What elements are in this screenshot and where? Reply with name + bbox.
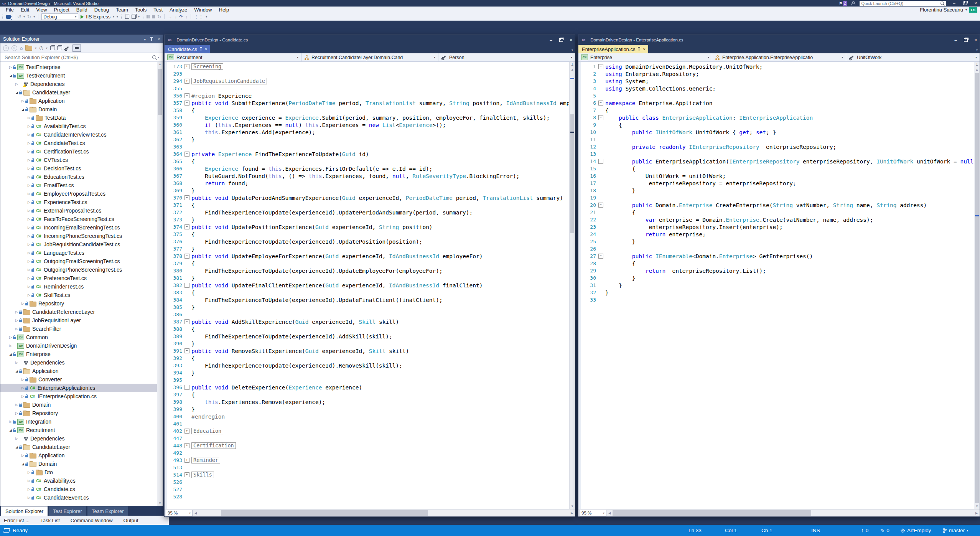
fold-toggle[interactable]: − [596, 115, 605, 120]
split-editor-handle[interactable]: ± [974, 62, 980, 68]
toolbar-overflow2-icon[interactable]: ▾ [206, 15, 207, 18]
code-line[interactable]: 375{ [167, 231, 570, 238]
tree-item-testrecruitment[interactable]: ◢C#TestRecruitment [0, 71, 163, 80]
tree-item-outgoingphonescreeningtest-cs[interactable]: ▷C#OutgoingPhoneScreeningTest.cs [0, 266, 163, 274]
code-line[interactable]: 356−#region Experience [167, 92, 570, 99]
code-line[interactable]: 361 this.Experiences.Add(experience); [167, 129, 570, 136]
code-line[interactable]: 362} [167, 136, 570, 143]
collapse-arrow-icon[interactable]: ◢ [8, 74, 13, 78]
scroll-left-icon[interactable]: ◀ [193, 511, 199, 515]
tree-item-preferencetest-cs[interactable]: ▷C#PreferenceTest.cs [0, 274, 163, 282]
editor-titlebar[interactable]: ∞ DomainDrivenDesign - Candidate.cs – × [165, 35, 575, 45]
tree-item-domain[interactable]: ▷Domain [0, 401, 163, 409]
redo-dropdown-icon[interactable]: ▾ [33, 15, 35, 18]
tree-item-experiencetest-cs[interactable]: ▷C#ExperienceTest.cs [0, 198, 163, 206]
collapse-region-icon[interactable]: − [184, 348, 189, 353]
fold-toggle[interactable]: + [182, 458, 191, 463]
panel-tab-task-list[interactable]: Task List [40, 518, 60, 523]
tree-item-application[interactable]: ◢Application [0, 367, 163, 375]
run-target-dropdown-icon[interactable]: ▾ [113, 15, 114, 18]
outgoing-commits-button[interactable]: ↑0 [861, 525, 868, 536]
code-line[interactable]: 13 [581, 150, 974, 158]
step-out-icon[interactable]: ↑ [185, 14, 188, 20]
expand-arrow-icon[interactable]: ▷ [26, 251, 31, 255]
fold-toggle[interactable]: − [182, 319, 191, 324]
expand-arrow-icon[interactable]: ▷ [26, 276, 31, 280]
line-annotations-icon[interactable]: ⋮⋮ [194, 14, 203, 20]
solution-search[interactable]: ▾ [0, 53, 163, 62]
vertical-scrollbar[interactable]: ▲ ▼ [569, 67, 575, 509]
tree-item-jobrequisitioncandidatetest-cs[interactable]: ▷C#JobRequisitionCandidateTest.cs [0, 240, 163, 249]
tree-item-domain[interactable]: ◢Domain [0, 460, 163, 468]
collapsed-region-skills[interactable]: Skills [191, 472, 214, 478]
code-line[interactable]: 21 { [581, 209, 974, 216]
code-line[interactable]: 25 } [581, 238, 974, 245]
expand-arrow-icon[interactable]: ▷ [14, 318, 19, 322]
member-dropdown[interactable]: UnitOfWork ▾ [846, 53, 980, 61]
minimize-button[interactable]: – [550, 38, 552, 42]
menu-window[interactable]: Window [191, 7, 215, 13]
menu-file[interactable]: File [2, 7, 17, 13]
scroll-right-icon[interactable]: ▶ [569, 511, 575, 515]
code-line[interactable]: 359 Experience experience = Experience.S… [167, 114, 570, 121]
menu-edit[interactable]: Edit [17, 7, 33, 13]
tree-item-candidatelayer[interactable]: ◢CandidateLayer [0, 88, 163, 97]
pending-changes-filter-icon[interactable]: ◷ [39, 45, 43, 51]
expand-arrow-icon[interactable]: ▷ [20, 394, 25, 398]
code-line[interactable]: 400#endregion [167, 413, 570, 420]
type-dropdown[interactable]: Enterprise.Application.EnterpriseApplica… [712, 53, 846, 61]
add-to-source-control-icon[interactable] [6, 15, 11, 19]
show-next-statement-icon[interactable]: → [168, 14, 172, 20]
tree-item-ienterpriseapplication-cs[interactable]: ▷C#IEnterpriseApplication.cs [0, 392, 163, 401]
code-line[interactable]: 402+Education [167, 427, 570, 435]
menu-team[interactable]: Team [112, 7, 132, 13]
code-line[interactable]: 20− public Domain.Enterprise CreateEnter… [581, 201, 974, 209]
solution-search-input[interactable] [4, 54, 152, 61]
expand-arrow-icon[interactable]: ▷ [8, 335, 13, 339]
expand-arrow-icon[interactable]: ▷ [26, 167, 31, 170]
expand-arrow-icon[interactable]: ▷ [26, 293, 31, 297]
fold-toggle[interactable]: + [182, 429, 191, 434]
code-line[interactable]: 401 [167, 420, 570, 427]
tree-item-externalproposaltest-cs[interactable]: ▷C#ExternalProposalTest.cs [0, 206, 163, 215]
expand-arrow-icon[interactable]: ▷ [8, 344, 13, 348]
expand-arrow-icon[interactable]: ▷ [26, 217, 31, 221]
code-line[interactable]: 9 { [581, 121, 974, 129]
tree-item-educationtest-cs[interactable]: ▷C#EducationTest.cs [0, 173, 163, 181]
code-line[interactable]: 493+Reminder [167, 457, 570, 464]
scroll-up-icon[interactable]: ▲ [974, 67, 980, 73]
tree-item-employeeproposaltest-cs[interactable]: ▷C#EmployeeProposalTest.cs [0, 190, 163, 198]
code-line[interactable]: 384 FindTheExperienceToUpdate(experience… [167, 296, 570, 303]
tree-item-integration[interactable]: ▷C#Integration [0, 417, 163, 426]
project-dropdown[interactable]: C# Recruitment ▾ [165, 53, 301, 61]
code-line[interactable]: 381} [167, 274, 570, 282]
minimize-button[interactable]: – [953, 1, 955, 5]
switch-views-icon[interactable] [25, 46, 32, 51]
back-icon[interactable]: ◁ [3, 45, 9, 51]
scroll-down-icon[interactable]: ▼ [974, 504, 980, 509]
expand-arrow-icon[interactable]: ▷ [14, 437, 19, 440]
home-icon[interactable]: ⌂ [20, 45, 23, 51]
close-button[interactable]: × [975, 1, 977, 5]
window-position-icon[interactable]: ▾ [144, 37, 146, 41]
tree-item-candidatetest-cs[interactable]: ▷C#CandidateTest.cs [0, 139, 163, 147]
code-line[interactable]: 371{ [167, 201, 570, 209]
code-line[interactable]: 383{ [167, 289, 570, 296]
pin-icon[interactable] [151, 38, 152, 41]
fold-toggle[interactable]: − [182, 93, 191, 98]
maximize-button[interactable] [559, 38, 563, 42]
expand-arrow-icon[interactable]: ▷ [26, 259, 31, 263]
fold-toggle[interactable]: + [182, 79, 191, 84]
expand-arrow-icon[interactable]: ▷ [26, 124, 31, 128]
menu-analyze[interactable]: Analyze [166, 7, 191, 13]
expand-arrow-icon[interactable]: ▷ [26, 192, 31, 196]
collapse-arrow-icon[interactable]: ◢ [14, 369, 19, 373]
tree-item-repository[interactable]: ▷Repository [0, 409, 163, 417]
collapse-arrow-icon[interactable]: ◢ [8, 429, 13, 432]
solution-explorer-header[interactable]: Solution Explorer ▾ × [0, 35, 163, 43]
collapsed-region-education[interactable]: Education [191, 428, 223, 434]
quick-launch[interactable] [860, 1, 946, 6]
expand-arrow-icon[interactable]: ▷ [26, 158, 31, 162]
code-line[interactable]: 26 [581, 245, 974, 252]
fold-toggle[interactable]: − [596, 203, 605, 208]
